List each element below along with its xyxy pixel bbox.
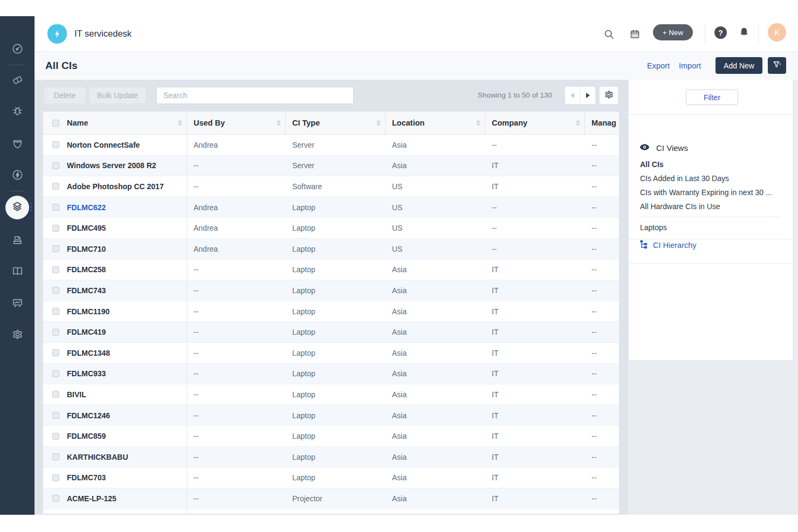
sidebar-item-dashboard[interactable] bbox=[0, 38, 35, 61]
ci-name[interactable]: Adobe Photoshop CC 2017 bbox=[67, 176, 187, 197]
sort-icon[interactable] bbox=[376, 120, 381, 126]
ci-name[interactable]: FDLMC710 bbox=[67, 239, 187, 259]
ci-name[interactable]: FDLMC1190 bbox=[67, 301, 187, 322]
table-row[interactable]: FDLMC1190--LaptopAsiaIT-- bbox=[43, 301, 619, 322]
delete-button[interactable]: Delete bbox=[44, 87, 85, 103]
view-item-warranty-expiring[interactable]: CIs with Warranty Expiring in next 30 ..… bbox=[640, 188, 772, 197]
table-settings-button[interactable] bbox=[600, 87, 618, 104]
table-row[interactable]: FDLMC518-SRUTHIL--LaptopAsiaIT-- bbox=[43, 509, 619, 514]
search-input[interactable] bbox=[156, 87, 354, 104]
ci-name[interactable]: FDLMC703 bbox=[67, 468, 187, 488]
sort-icon[interactable] bbox=[178, 120, 182, 126]
ci-hierarchy-link[interactable]: CI Hierarchy bbox=[640, 240, 697, 251]
app-logo[interactable] bbox=[47, 24, 67, 44]
row-checkbox[interactable] bbox=[52, 474, 59, 481]
bulk-update-button[interactable]: Bulk Update bbox=[90, 87, 146, 103]
table-row[interactable]: KARTHICKBABU--LaptopAsiaIT-- bbox=[43, 447, 619, 468]
ci-name[interactable]: FDLMC743 bbox=[67, 280, 187, 301]
sidebar-item-admin[interactable] bbox=[0, 323, 35, 347]
import-link[interactable]: Import bbox=[679, 61, 701, 70]
table-row[interactable]: FDLMC495AndreaLaptopUS---- bbox=[43, 218, 619, 239]
table-row[interactable]: BIVIL--LaptopAsiaIT-- bbox=[43, 384, 619, 405]
sort-icon[interactable] bbox=[476, 120, 480, 126]
search-icon[interactable] bbox=[602, 27, 616, 41]
sidebar-item-assets[interactable] bbox=[5, 196, 29, 219]
view-item-added-last-30-days[interactable]: CIs Added in Last 30 Days bbox=[640, 174, 729, 183]
sort-icon[interactable] bbox=[576, 120, 580, 126]
view-item-hardware-in-use[interactable]: All Hardware CIs in Use bbox=[640, 202, 720, 211]
table-row[interactable]: Norton ConnectSafeAndreaServerAsia---- bbox=[43, 135, 619, 156]
filter-panel-toggle-button[interactable] bbox=[768, 57, 786, 74]
view-item-all-cis[interactable]: All CIs bbox=[640, 160, 664, 169]
prev-page-button[interactable] bbox=[565, 87, 580, 104]
select-all-checkbox[interactable] bbox=[52, 120, 59, 127]
ci-name[interactable]: FDLMC933 bbox=[67, 364, 187, 384]
row-checkbox[interactable] bbox=[52, 433, 59, 440]
ci-name[interactable]: FDLMC518-SRUTHIL bbox=[67, 509, 187, 514]
sidebar-item-tickets[interactable] bbox=[0, 69, 35, 93]
sidebar-item-solutions[interactable] bbox=[0, 260, 35, 284]
column-header-ci-type[interactable]: CI Type bbox=[286, 112, 386, 134]
table-row[interactable]: FDLMC703--LaptopAsiaIT-- bbox=[43, 468, 619, 489]
table-row[interactable]: FDLMC933--LaptopAsiaIT-- bbox=[43, 364, 619, 385]
ci-name[interactable]: FDLMC419 bbox=[67, 322, 187, 342]
table-row[interactable]: FDLMC859--LaptopAsiaIT-- bbox=[43, 426, 619, 447]
row-checkbox[interactable] bbox=[52, 329, 59, 336]
table-row[interactable]: ACME-LP-125--ProjectorAsiaIT-- bbox=[43, 488, 619, 509]
next-page-button[interactable] bbox=[580, 87, 595, 104]
row-checkbox[interactable] bbox=[52, 308, 59, 315]
row-checkbox[interactable] bbox=[52, 225, 59, 232]
ci-name[interactable]: FDLMC1348 bbox=[67, 343, 187, 363]
column-header-company[interactable]: Company bbox=[485, 112, 585, 134]
table-row[interactable]: FDLMC1348--LaptopAsiaIT-- bbox=[43, 343, 619, 364]
table-row[interactable]: FDLMC258--LaptopAsiaIT-- bbox=[43, 260, 619, 281]
row-checkbox[interactable] bbox=[52, 412, 59, 419]
column-header-name[interactable]: Name bbox=[67, 112, 187, 134]
calendar-icon[interactable] bbox=[628, 27, 642, 41]
table-row[interactable]: FDLMC419--LaptopAsiaIT-- bbox=[43, 322, 619, 343]
export-link[interactable]: Export bbox=[647, 61, 670, 70]
table-row[interactable]: FDLMC743--LaptopAsiaIT-- bbox=[43, 280, 619, 301]
sidebar-item-purchase[interactable] bbox=[0, 229, 35, 253]
ci-name-link[interactable]: FDLMC622 bbox=[67, 197, 187, 218]
column-header-managed-by[interactable]: Manag bbox=[585, 112, 619, 134]
row-checkbox[interactable] bbox=[52, 162, 59, 169]
table-row[interactable]: FDLMC1246--LaptopAsiaIT-- bbox=[43, 405, 619, 426]
ci-name[interactable]: BIVIL bbox=[67, 384, 187, 405]
sidebar-item-problems[interactable] bbox=[0, 100, 35, 124]
column-header-used-by[interactable]: Used By bbox=[187, 112, 286, 134]
row-checkbox[interactable] bbox=[52, 245, 59, 252]
sort-icon[interactable] bbox=[277, 120, 281, 126]
ci-name[interactable]: FDLMC859 bbox=[67, 426, 187, 446]
ci-name[interactable]: Norton ConnectSafe bbox=[67, 135, 187, 155]
row-checkbox[interactable] bbox=[52, 183, 59, 190]
row-checkbox[interactable] bbox=[52, 266, 59, 273]
avatar[interactable]: K bbox=[768, 23, 786, 42]
table-row[interactable]: Adobe Photoshop CC 2017--SoftwareUSIT-- bbox=[43, 176, 619, 197]
sidebar-item-analytics[interactable] bbox=[0, 292, 35, 316]
row-checkbox[interactable] bbox=[52, 349, 59, 356]
ci-name[interactable]: FDLMC495 bbox=[67, 218, 187, 238]
table-row[interactable]: FDLMC622AndreaLaptopUS---- bbox=[43, 197, 619, 218]
table-row[interactable]: Windows Server 2008 R2--ServerAsiaIT-- bbox=[43, 156, 619, 177]
notifications-bell-icon[interactable] bbox=[738, 26, 750, 41]
add-new-button[interactable]: Add New bbox=[716, 57, 762, 74]
help-icon[interactable] bbox=[714, 26, 727, 39]
row-checkbox[interactable] bbox=[52, 370, 59, 377]
column-header-location[interactable]: Location bbox=[386, 112, 485, 134]
row-checkbox[interactable] bbox=[52, 287, 59, 294]
sidebar-item-releases[interactable] bbox=[0, 164, 35, 188]
row-checkbox[interactable] bbox=[52, 141, 59, 148]
row-checkbox[interactable] bbox=[52, 495, 59, 502]
table-row[interactable]: FDLMC710AndreaLaptopUS---- bbox=[43, 239, 619, 260]
ci-name[interactable]: FDLMC258 bbox=[67, 260, 187, 280]
row-checkbox[interactable] bbox=[52, 391, 59, 398]
ci-name[interactable]: FDLMC1246 bbox=[67, 405, 187, 426]
sidebar-item-changes[interactable] bbox=[0, 133, 35, 156]
view-item-laptops[interactable]: Laptops bbox=[640, 223, 667, 232]
ci-name[interactable]: KARTHICKBABU bbox=[67, 447, 187, 467]
row-checkbox[interactable] bbox=[52, 453, 59, 460]
ci-name[interactable]: ACME-LP-125 bbox=[67, 488, 187, 509]
filter-button[interactable]: Filter bbox=[686, 89, 738, 105]
ci-name[interactable]: Windows Server 2008 R2 bbox=[67, 156, 187, 176]
